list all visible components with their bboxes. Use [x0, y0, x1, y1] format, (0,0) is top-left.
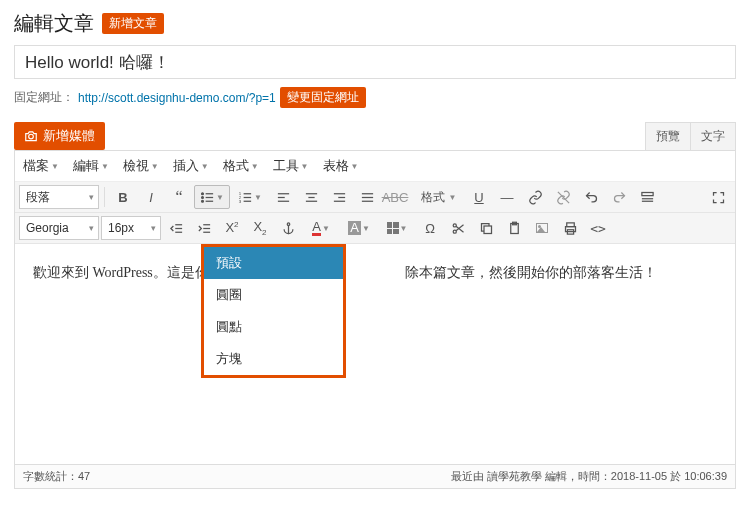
link-button[interactable]	[522, 185, 548, 209]
numbered-list-button[interactable]: 123▼	[232, 185, 268, 209]
bold-button[interactable]: B	[110, 185, 136, 209]
change-permalink-button[interactable]: 變更固定網址	[280, 87, 366, 108]
svg-point-3	[202, 196, 204, 198]
unlink-icon	[556, 190, 571, 205]
outdent-button[interactable]	[163, 216, 189, 240]
undo-button[interactable]	[578, 185, 604, 209]
underline-button[interactable]: U	[466, 185, 492, 209]
menu-tools[interactable]: 工具▼	[273, 157, 309, 175]
bg-color-button[interactable]: A▼	[341, 216, 377, 240]
hr-button[interactable]: —	[494, 185, 520, 209]
font-size-select[interactable]: 16px	[101, 216, 161, 240]
menu-table[interactable]: 表格▼	[323, 157, 359, 175]
bullet-list-button[interactable]: ▼	[194, 185, 230, 209]
link-icon	[528, 190, 543, 205]
menu-edit[interactable]: 編輯▼	[73, 157, 109, 175]
svg-point-38	[453, 230, 456, 233]
permalink-url[interactable]: http://scott.designhu-demo.com/?p=1	[78, 91, 276, 105]
anchor-icon	[281, 221, 296, 236]
svg-point-0	[29, 134, 34, 139]
fullscreen-button[interactable]	[705, 185, 731, 209]
menu-view[interactable]: 檢視▼	[123, 157, 159, 175]
bullet-list-icon	[200, 190, 215, 205]
menu-file[interactable]: 檔案▼	[23, 157, 59, 175]
superscript-button[interactable]: X2	[219, 216, 245, 240]
indent-button[interactable]	[191, 216, 217, 240]
page-title: 編輯文章	[14, 10, 94, 37]
align-left-icon	[276, 190, 291, 205]
block-format-select[interactable]: 段落	[19, 185, 99, 209]
list-style-square[interactable]: 方塊	[204, 343, 343, 375]
svg-rect-41	[484, 226, 492, 234]
strikethrough-button[interactable]: ABC	[382, 185, 408, 209]
paste-button[interactable]	[501, 216, 527, 240]
align-right-icon	[332, 190, 347, 205]
align-center-button[interactable]	[298, 185, 324, 209]
align-left-button[interactable]	[270, 185, 296, 209]
editor-content-area[interactable]: 預設 圓圈 圓點 方塊 歡迎來到 WordPress。這是你 除本篇文章，然後開…	[15, 244, 735, 464]
menu-format[interactable]: 格式▼	[223, 157, 259, 175]
align-justify-button[interactable]	[354, 185, 380, 209]
scissors-icon	[451, 221, 466, 236]
copy-button[interactable]	[473, 216, 499, 240]
menu-insert[interactable]: 插入▼	[173, 157, 209, 175]
cut-button[interactable]	[445, 216, 471, 240]
text-color-button[interactable]: A▼	[303, 216, 339, 240]
add-new-post-button[interactable]: 新增文章	[102, 13, 164, 34]
svg-point-1	[202, 192, 204, 194]
more-button[interactable]	[634, 185, 660, 209]
camera-icon	[24, 129, 38, 143]
special-char-button[interactable]: Ω	[417, 216, 443, 240]
paste-icon	[507, 221, 522, 236]
add-media-button[interactable]: 新增媒體	[14, 122, 105, 150]
tab-visual[interactable]: 預覽	[645, 122, 690, 150]
word-count: 字數統計：47	[23, 469, 90, 484]
add-media-label: 新增媒體	[43, 127, 95, 145]
last-edit-info: 最近由 讀學苑教學 編輯，時間：2018-11-05 於 10:06:39	[451, 469, 727, 484]
font-family-select[interactable]: Georgia	[19, 216, 99, 240]
unlink-button[interactable]	[550, 185, 576, 209]
indent-icon	[197, 221, 212, 236]
toolbar-row-2: Georgia 16px X2 X2 A▼ A▼ ▼ Ω <>	[15, 213, 735, 244]
print-icon	[563, 221, 578, 236]
kitchen-sink-icon	[640, 190, 655, 205]
anchor-button[interactable]	[275, 216, 301, 240]
table-button[interactable]: ▼	[379, 216, 415, 240]
subscript-button[interactable]: X2	[247, 216, 273, 240]
list-style-circle[interactable]: 圓圈	[204, 279, 343, 311]
bullet-list-dropdown: 預設 圓圈 圓點 方塊	[201, 244, 346, 378]
post-title-input[interactable]	[14, 45, 736, 79]
editor-status-bar: 字數統計：47 最近由 讀學苑教學 編輯，時間：2018-11-05 於 10:…	[14, 465, 736, 489]
svg-point-35	[287, 222, 290, 225]
list-style-default[interactable]: 預設	[204, 247, 343, 279]
styles-button[interactable]: 格式▼	[410, 185, 464, 209]
toolbar-row-1: 段落 B I “ ▼ 123▼ ABC 格式▼ U —	[15, 182, 735, 213]
blockquote-button[interactable]: “	[166, 185, 192, 209]
redo-icon	[612, 190, 627, 205]
copy-icon	[479, 221, 494, 236]
editor-menubar: 檔案▼ 編輯▼ 檢視▼ 插入▼ 格式▼ 工具▼ 表格▼	[15, 151, 735, 182]
image-button[interactable]	[529, 216, 555, 240]
fullscreen-icon	[711, 190, 726, 205]
align-right-button[interactable]	[326, 185, 352, 209]
align-center-icon	[304, 190, 319, 205]
redo-button[interactable]	[606, 185, 632, 209]
numbered-list-icon: 123	[238, 190, 253, 205]
undo-icon	[584, 190, 599, 205]
outdent-icon	[169, 221, 184, 236]
align-justify-icon	[360, 190, 375, 205]
source-code-button[interactable]: <>	[585, 216, 611, 240]
svg-text:3: 3	[239, 198, 242, 203]
print-button[interactable]	[557, 216, 583, 240]
tab-text[interactable]: 文字	[690, 122, 736, 150]
svg-point-5	[202, 200, 204, 202]
post-body-text[interactable]: 歡迎來到 WordPress。這是你 除本篇文章，然後開始你的部落客生活！	[33, 264, 717, 282]
italic-button[interactable]: I	[138, 185, 164, 209]
permalink-label: 固定網址：	[14, 89, 74, 106]
image-icon	[536, 223, 548, 233]
table-icon	[387, 222, 399, 234]
svg-rect-26	[641, 192, 652, 195]
list-style-disc[interactable]: 圓點	[204, 311, 343, 343]
svg-point-37	[453, 223, 456, 226]
